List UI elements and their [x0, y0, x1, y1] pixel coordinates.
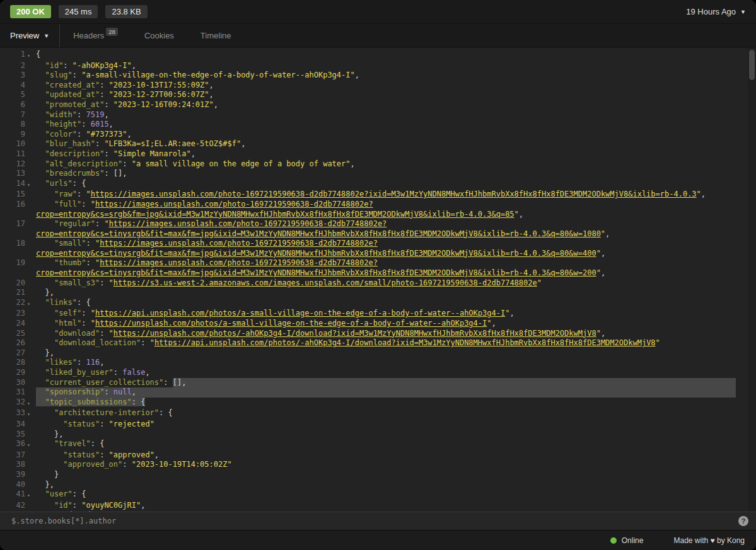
code-line: 23 "self": "https://api.unsplash.com/pho… — [0, 309, 756, 319]
json-link[interactable]: https://images.unsplash.com/photo-169721… — [100, 258, 378, 267]
code-line: 9 "color": "#737373", — [0, 130, 756, 140]
json-key: "alt_description" — [45, 159, 122, 168]
json-token: "LFB3Ka=sI;EL.AR:aee-5tOZ$#$f" — [104, 139, 241, 148]
json-token: , — [214, 100, 218, 109]
json-link[interactable]: crop=entropy&cs=srgb&fm=jpg&ixid=M3w1MzY… — [36, 210, 515, 219]
json-token: : { — [73, 490, 86, 498]
line-number: 8 — [0, 120, 27, 130]
json-link[interactable]: crop=entropy&cs=tinysrgb&fit=max&fm=jpg&… — [36, 249, 596, 258]
code-line: 16 "full": "https://images.unsplash.com/… — [0, 200, 756, 219]
json-key: "small_s3" — [54, 278, 100, 287]
code-line: 36▾ "travel": { — [0, 439, 756, 450]
response-history-dropdown[interactable]: 19 Hours Ago ▼ — [686, 7, 746, 16]
json-key: "blur_hash" — [45, 139, 95, 148]
json-token: 6015 — [91, 120, 109, 129]
gutter-spacer — [27, 329, 36, 339]
fold-arrow-icon[interactable]: ▾ — [27, 439, 36, 450]
json-key: "promoted_at" — [45, 100, 104, 109]
tab-timeline-label: Timeline — [201, 31, 231, 40]
code-line: 29 "liked_by_user": false, — [0, 368, 756, 378]
gutter-spacer — [27, 190, 36, 200]
json-token: "oyuyNC0GjRI" — [81, 501, 141, 510]
preview-mode-dropdown[interactable]: Preview ▼ — [0, 24, 59, 47]
json-link[interactable]: https://unsplash.com/photos/-ahOKp3g4-I/… — [113, 329, 596, 338]
fold-arrow-icon[interactable]: ▾ — [27, 179, 36, 190]
json-token — [36, 288, 45, 297]
json-token: , — [141, 501, 145, 510]
json-link[interactable]: https://images.unsplash.com/photo-169721… — [109, 219, 387, 228]
json-key: "height" — [45, 120, 81, 129]
json-token: "approved" — [109, 450, 154, 459]
json-link[interactable]: https://s3.us-west-2.amazonaws.com/image… — [113, 278, 537, 287]
json-token: : — [73, 71, 81, 79]
json-token: }, — [54, 430, 63, 438]
json-key: "width" — [45, 110, 77, 119]
json-link[interactable]: https://images.unsplash.com/photo-169721… — [100, 239, 378, 248]
tab-cookies[interactable]: Cookies — [131, 24, 187, 47]
gutter-spacer — [27, 100, 36, 110]
json-token: , — [132, 387, 136, 396]
json-link[interactable]: https://api.unsplash.com/photos/-ahOKp3g… — [154, 338, 656, 347]
tab-timeline[interactable]: Timeline — [187, 24, 245, 47]
json-token: : — [77, 130, 86, 139]
json-token — [36, 219, 54, 228]
line-number: 3 — [0, 71, 27, 81]
json-token: : — [95, 219, 104, 228]
json-key: "approved_on" — [63, 460, 122, 469]
json-link[interactable]: https://images.unsplash.com/photo-169721… — [95, 200, 373, 209]
json-filter-input[interactable] — [10, 516, 733, 526]
scrollbar-track[interactable] — [748, 48, 756, 512]
fold-arrow-icon[interactable]: ▾ — [27, 398, 36, 409]
json-key: "thumb" — [54, 258, 86, 267]
code-line: 33▾ "architecture-interior": { — [0, 408, 756, 420]
json-token: { — [36, 50, 40, 59]
text-selection: "topic_submissions": { — [36, 398, 145, 406]
text-selection: [], — [173, 378, 736, 388]
json-token — [36, 378, 45, 387]
json-token — [36, 368, 45, 377]
json-key: "small" — [54, 239, 86, 248]
fold-arrow-icon[interactable]: ▾ — [27, 298, 36, 309]
line-number: 2 — [0, 61, 27, 71]
fold-arrow-icon[interactable]: ▾ — [27, 490, 36, 501]
json-key: "topic_submissions" — [45, 398, 131, 406]
json-token: , — [145, 368, 149, 377]
code-line: 12 "alt_description": "a small village o… — [0, 159, 756, 169]
json-key: "sponsorship" — [45, 387, 104, 396]
code-line: 27 }, — [0, 348, 756, 358]
json-token: : — [122, 460, 131, 469]
json-token — [36, 348, 45, 357]
json-token: : — [163, 378, 172, 387]
fold-arrow-icon[interactable]: ▾ — [27, 50, 36, 61]
json-link[interactable]: crop=entropy&cs=tinysrgb&fit=max&fm=jpg&… — [36, 268, 596, 277]
scrollbar-thumb[interactable] — [749, 50, 755, 80]
json-token: : — [100, 420, 108, 428]
json-token: : — [81, 120, 90, 129]
code-line: 15 "raw": "https://images.unsplash.com/p… — [0, 190, 756, 200]
line-number: 20 — [0, 278, 27, 289]
code-line: 5 "updated_at": "2023-12-27T00:56:07Z", — [0, 90, 756, 100]
gutter-spacer — [27, 501, 36, 511]
json-token — [36, 258, 54, 267]
json-token: " — [86, 190, 90, 198]
json-token: "2023-10-13T17:55:09Z" — [109, 81, 209, 89]
tab-headers[interactable]: Headers 28 — [60, 24, 131, 47]
json-token: : [], — [104, 169, 127, 178]
filter-help-icon[interactable]: ? — [738, 516, 748, 526]
json-link[interactable]: https://images.unsplash.com/photo-169721… — [91, 190, 697, 198]
gutter-spacer — [27, 420, 36, 430]
json-token: " — [91, 200, 95, 209]
json-key: "user" — [45, 490, 72, 498]
json-link[interactable]: https://unsplash.com/photos/a-small-vill… — [95, 319, 487, 328]
json-token: : — [141, 338, 149, 347]
json-token — [36, 61, 45, 70]
headers-count-badge: 28 — [106, 28, 118, 36]
json-link[interactable]: crop=entropy&cs=tinysrgb&fit=max&fm=jpg&… — [36, 229, 601, 238]
json-preview[interactable]: 1▾{2 "id": "-ahOKp3g4-I",3 "slug": "a-sm… — [0, 48, 756, 512]
json-token: " — [150, 338, 154, 347]
json-key: "urls" — [45, 179, 72, 188]
json-link[interactable]: https://api.unsplash.com/photos/a-small-… — [95, 309, 505, 318]
json-token: "2023-12-17T06:44:05Z" — [118, 510, 218, 512]
fold-arrow-icon[interactable]: ▾ — [27, 408, 36, 420]
json-token — [36, 239, 54, 248]
